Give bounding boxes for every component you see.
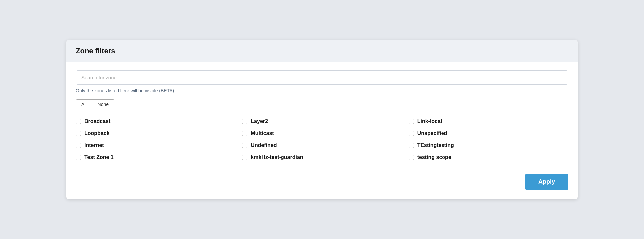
zone-item-testing-scope: testing scope [409, 154, 568, 160]
modal-body: Only the zones listed here will be visib… [66, 62, 578, 199]
zones-grid: BroadcastLayer2Link-localLoopbackMultica… [76, 119, 568, 160]
zone-item-undefined: Undefined [242, 142, 402, 148]
zone-label-kmkhz-test-guardian[interactable]: kmkHz-test-guardian [251, 154, 303, 160]
modal-footer: Apply [76, 171, 568, 190]
zone-label-loopback[interactable]: Loopback [84, 130, 110, 136]
zone-item-loopback: Loopback [76, 130, 235, 136]
zone-item-kmkhz-test-guardian: kmkHz-test-guardian [242, 154, 402, 160]
all-button[interactable]: All [76, 99, 92, 109]
select-all-none-group: All None [76, 99, 568, 109]
zone-checkbox-undefined[interactable] [242, 143, 247, 148]
zone-label-link-local[interactable]: Link-local [417, 119, 442, 124]
modal-title: Zone filters [76, 47, 568, 55]
zone-item-layer2: Layer2 [242, 119, 402, 124]
zone-checkbox-link-local[interactable] [409, 119, 414, 124]
none-button[interactable]: None [92, 99, 114, 109]
zone-checkbox-test-zone-1[interactable] [76, 155, 81, 160]
zone-item-testingtesting: TEstingtesting [409, 142, 568, 148]
zone-checkbox-unspecified[interactable] [409, 131, 414, 136]
zone-label-multicast[interactable]: Multicast [251, 130, 274, 136]
zone-item-link-local: Link-local [409, 119, 568, 124]
zone-label-broadcast[interactable]: Broadcast [84, 119, 110, 124]
zone-checkbox-multicast[interactable] [242, 131, 247, 136]
zone-label-layer2[interactable]: Layer2 [251, 119, 268, 124]
modal-header: Zone filters [66, 40, 578, 62]
zone-checkbox-testing-scope[interactable] [409, 155, 414, 160]
zone-label-unspecified[interactable]: Unspecified [417, 130, 447, 136]
zone-checkbox-internet[interactable] [76, 143, 81, 148]
zone-checkbox-broadcast[interactable] [76, 119, 81, 124]
zone-item-internet: Internet [76, 142, 235, 148]
zone-checkbox-kmkhz-test-guardian[interactable] [242, 155, 247, 160]
zone-item-multicast: Multicast [242, 130, 402, 136]
zone-item-broadcast: Broadcast [76, 119, 235, 124]
zone-checkbox-layer2[interactable] [242, 119, 247, 124]
zone-label-internet[interactable]: Internet [84, 142, 104, 148]
zone-filters-modal: Zone filters Only the zones listed here … [66, 40, 578, 199]
zone-label-testing-scope[interactable]: testing scope [417, 154, 451, 160]
search-hint: Only the zones listed here will be visib… [76, 88, 568, 93]
zone-item-unspecified: Unspecified [409, 130, 568, 136]
apply-button[interactable]: Apply [525, 174, 568, 190]
zone-item-test-zone-1: Test Zone 1 [76, 154, 235, 160]
search-input[interactable] [76, 70, 568, 85]
zone-label-test-zone-1[interactable]: Test Zone 1 [84, 154, 114, 160]
zone-label-undefined[interactable]: Undefined [251, 142, 277, 148]
zone-checkbox-testingtesting[interactable] [409, 143, 414, 148]
zone-label-testingtesting[interactable]: TEstingtesting [417, 142, 454, 148]
zone-checkbox-loopback[interactable] [76, 131, 81, 136]
